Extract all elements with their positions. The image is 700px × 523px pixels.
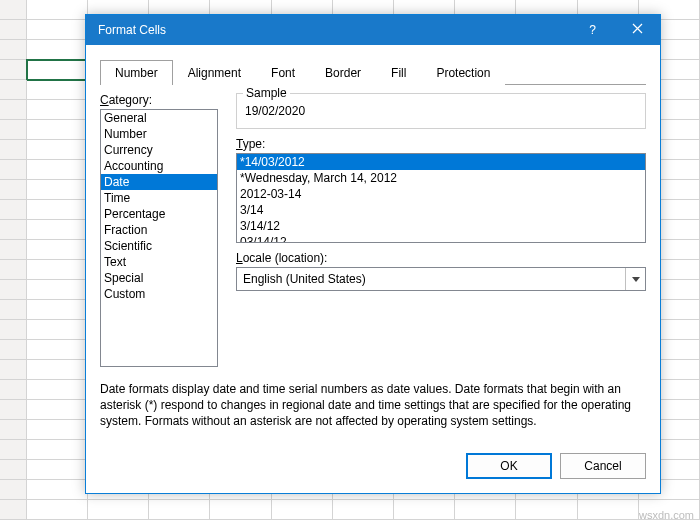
tab-font[interactable]: Font (256, 60, 310, 85)
list-item[interactable]: 03/14/12 (237, 234, 645, 243)
list-item[interactable]: Special (101, 270, 217, 286)
tab-alignment[interactable]: Alignment (173, 60, 256, 85)
tab-fill[interactable]: Fill (376, 60, 421, 85)
category-label: Category: (100, 93, 218, 107)
titlebar: Format Cells ? (86, 15, 660, 45)
watermark: wsxdn.com (639, 509, 694, 521)
tab-number[interactable]: Number (100, 60, 173, 85)
list-item[interactable]: Accounting (101, 158, 217, 174)
cancel-button[interactable]: Cancel (560, 453, 646, 479)
list-item[interactable]: Scientific (101, 238, 217, 254)
dialog-title: Format Cells (98, 23, 570, 37)
close-icon (632, 23, 643, 37)
ok-button-label: OK (500, 459, 517, 473)
category-listbox[interactable]: GeneralNumberCurrencyAccountingDateTimeP… (100, 109, 218, 367)
locale-value: English (United States) (237, 272, 625, 286)
list-item[interactable]: Date (101, 174, 217, 190)
cancel-button-label: Cancel (584, 459, 621, 473)
list-item[interactable]: General (101, 110, 217, 126)
list-item[interactable]: Custom (101, 286, 217, 302)
help-icon: ? (589, 23, 596, 37)
list-item[interactable]: *14/03/2012 (237, 154, 645, 170)
sample-label: Sample (243, 86, 290, 100)
list-item[interactable]: Time (101, 190, 217, 206)
locale-dropdown[interactable]: English (United States) (236, 267, 646, 291)
list-item[interactable]: Number (101, 126, 217, 142)
tab-border[interactable]: Border (310, 60, 376, 85)
help-button[interactable]: ? (570, 15, 615, 45)
list-item[interactable]: 2012-03-14 (237, 186, 645, 202)
ok-button[interactable]: OK (466, 453, 552, 479)
type-label: Type: (236, 137, 646, 151)
dialog-footer: OK Cancel (86, 441, 660, 493)
dialog-body: Category: GeneralNumberCurrencyAccountin… (86, 85, 660, 441)
list-item[interactable]: 3/14/12 (237, 218, 645, 234)
sample-group: Sample 19/02/2020 (236, 93, 646, 129)
locale-label: Locale (location): (236, 251, 646, 265)
type-listbox[interactable]: *14/03/2012*Wednesday, March 14, 2012201… (236, 153, 646, 243)
tab-strip: Number Alignment Font Border Fill Protec… (100, 59, 646, 85)
list-item[interactable]: *Wednesday, March 14, 2012 (237, 170, 645, 186)
list-item[interactable]: Currency (101, 142, 217, 158)
sample-value: 19/02/2020 (245, 100, 637, 118)
list-item[interactable]: Percentage (101, 206, 217, 222)
list-item[interactable]: Text (101, 254, 217, 270)
tab-protection[interactable]: Protection (421, 60, 505, 85)
format-cells-dialog: Format Cells ? Number Alignment Font Bor… (85, 14, 661, 494)
format-description: Date formats display date and time seria… (100, 381, 646, 430)
list-item[interactable]: Fraction (101, 222, 217, 238)
chevron-down-icon (625, 268, 645, 290)
list-item[interactable]: 3/14 (237, 202, 645, 218)
close-button[interactable] (615, 15, 660, 45)
